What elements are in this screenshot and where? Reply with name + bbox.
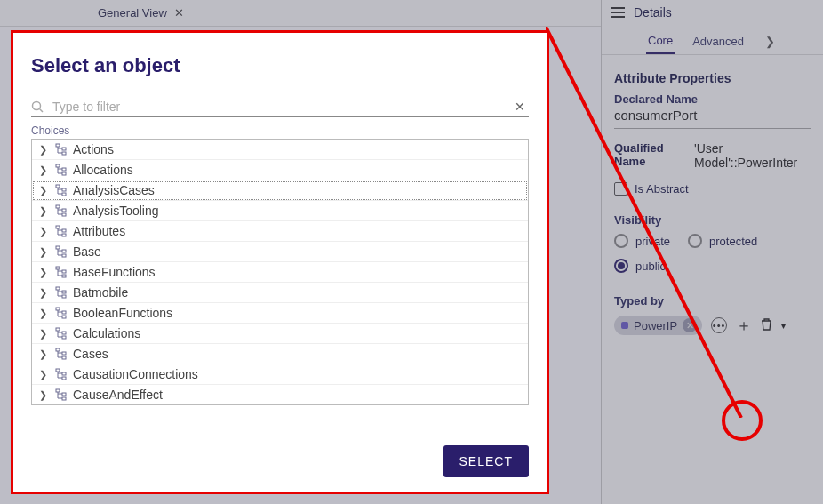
select-button[interactable]: SELECT (443, 445, 529, 477)
expand-caret-icon[interactable]: ❯ (39, 246, 50, 258)
typed-by-menu-caret-icon[interactable]: ▾ (781, 321, 786, 331)
expand-caret-icon[interactable]: ❯ (39, 348, 50, 360)
svg-rect-8 (56, 185, 60, 188)
close-tab-icon[interactable]: ✕ (174, 6, 184, 20)
typed-by-browse-button[interactable]: ••• (711, 317, 727, 333)
tab-core[interactable]: Core (646, 28, 675, 54)
tab-label: General View (98, 6, 167, 20)
choice-item[interactable]: ❯Calculations (32, 324, 528, 344)
svg-rect-32 (56, 348, 60, 351)
expand-caret-icon[interactable]: ❯ (39, 369, 50, 380)
is-abstract-checkbox[interactable] (614, 182, 627, 196)
choice-item[interactable]: ❯CausationConnections (32, 364, 528, 385)
choice-item[interactable]: ❯AnalysisTooling (32, 201, 528, 221)
expand-caret-icon[interactable]: ❯ (39, 144, 50, 156)
radio-label: public (635, 260, 666, 273)
choice-item[interactable]: ❯AnalysisCases (32, 180, 528, 201)
choice-label: BooleanFunctions (73, 306, 172, 320)
package-icon (55, 368, 68, 380)
typed-by-label: Typed by (614, 294, 811, 308)
svg-rect-15 (62, 229, 66, 232)
svg-line-1 (40, 109, 44, 113)
choice-item[interactable]: ❯Base (32, 242, 528, 262)
choice-item[interactable]: ❯Batmobile (32, 283, 528, 303)
svg-rect-14 (56, 226, 60, 228)
package-icon (55, 143, 68, 156)
package-icon (55, 388, 68, 401)
package-icon (55, 307, 68, 319)
details-panel: Details Core Advanced ❯ Attribute Proper… (601, 0, 823, 504)
choice-item[interactable]: ❯BooleanFunctions (32, 303, 528, 324)
radio-icon (614, 259, 628, 273)
choice-label: BaseFunctions (73, 265, 156, 279)
expand-caret-icon[interactable]: ❯ (39, 185, 50, 196)
tabs-scroll-right-icon[interactable]: ❯ (765, 35, 775, 48)
clear-filter-icon[interactable]: ✕ (511, 100, 529, 114)
svg-rect-36 (62, 372, 66, 375)
qualified-name-label: Qualified Name (614, 141, 678, 170)
typed-by-chip[interactable]: PowerIP ✕ (614, 316, 702, 335)
section-title: Attribute Properties (614, 71, 811, 85)
dialog-title: Select an object (31, 54, 529, 77)
svg-rect-7 (62, 172, 66, 175)
qualified-name-value: 'User Model'::PowerInter (694, 141, 811, 170)
expand-caret-icon[interactable]: ❯ (39, 205, 50, 217)
is-abstract-label: Is Abstract (635, 182, 689, 196)
tab-advanced[interactable]: Advanced (691, 29, 746, 53)
visibility-protected[interactable]: protected (688, 234, 757, 248)
choice-label: CauseAndEffect (73, 388, 163, 402)
svg-rect-34 (62, 356, 66, 359)
choice-item[interactable]: ❯Actions (32, 140, 528, 160)
tab-general-view[interactable]: General View ✕ (98, 6, 184, 20)
expand-caret-icon[interactable]: ❯ (39, 267, 50, 278)
package-icon (55, 164, 68, 176)
typed-by-add-icon[interactable]: ＋ (736, 315, 752, 336)
choice-label: Attributes (73, 224, 125, 238)
details-body: Attribute Properties Declared Name consu… (602, 55, 823, 345)
svg-rect-5 (56, 164, 60, 167)
filter-input[interactable] (51, 99, 511, 115)
visibility-public[interactable]: public (614, 259, 811, 273)
choice-label: Calculations (73, 326, 140, 340)
choice-item[interactable]: ❯CauseAndEffect (32, 385, 528, 405)
svg-rect-26 (56, 308, 60, 310)
hamburger-icon[interactable] (611, 7, 625, 18)
choice-item[interactable]: ❯BaseFunctions (32, 262, 528, 283)
svg-rect-38 (56, 389, 60, 392)
details-title: Details (634, 5, 672, 20)
choice-label: Base (73, 244, 101, 259)
svg-rect-29 (56, 328, 60, 331)
expand-caret-icon[interactable]: ❯ (39, 328, 50, 340)
expand-caret-icon[interactable]: ❯ (39, 308, 50, 319)
visibility-private[interactable]: private (614, 234, 670, 248)
svg-rect-12 (62, 209, 66, 212)
typed-by-delete-icon[interactable] (761, 318, 772, 333)
expand-caret-icon[interactable]: ❯ (39, 389, 50, 401)
dialog-footer: SELECT (31, 436, 529, 477)
choice-label: Actions (73, 142, 114, 156)
radio-label: protected (709, 235, 757, 248)
svg-rect-13 (62, 213, 66, 216)
expand-caret-icon[interactable]: ❯ (39, 164, 50, 176)
svg-rect-3 (62, 148, 66, 150)
filter-row: ✕ (31, 97, 529, 117)
package-icon (55, 348, 68, 360)
declared-name-value[interactable]: consumerPort (614, 106, 811, 129)
package-icon (55, 286, 68, 299)
is-abstract-row[interactable]: Is Abstract (614, 182, 811, 196)
choice-label: Cases (73, 347, 108, 361)
svg-rect-18 (62, 250, 66, 252)
visibility-group-row1: private protected (614, 234, 811, 252)
choice-item[interactable]: ❯Cases (32, 344, 528, 364)
svg-rect-11 (56, 205, 60, 208)
choice-item[interactable]: ❯Attributes (32, 221, 528, 242)
svg-rect-16 (62, 234, 66, 236)
choices-list[interactable]: ❯Actions❯Allocations❯AnalysisCases❯Analy… (31, 139, 529, 405)
package-icon (55, 184, 68, 196)
chip-remove-icon[interactable]: ✕ (683, 318, 697, 332)
choice-item[interactable]: ❯Allocations (32, 160, 528, 180)
svg-rect-10 (62, 193, 66, 196)
expand-caret-icon[interactable]: ❯ (39, 287, 50, 299)
expand-caret-icon[interactable]: ❯ (39, 226, 50, 237)
package-icon (55, 245, 68, 258)
